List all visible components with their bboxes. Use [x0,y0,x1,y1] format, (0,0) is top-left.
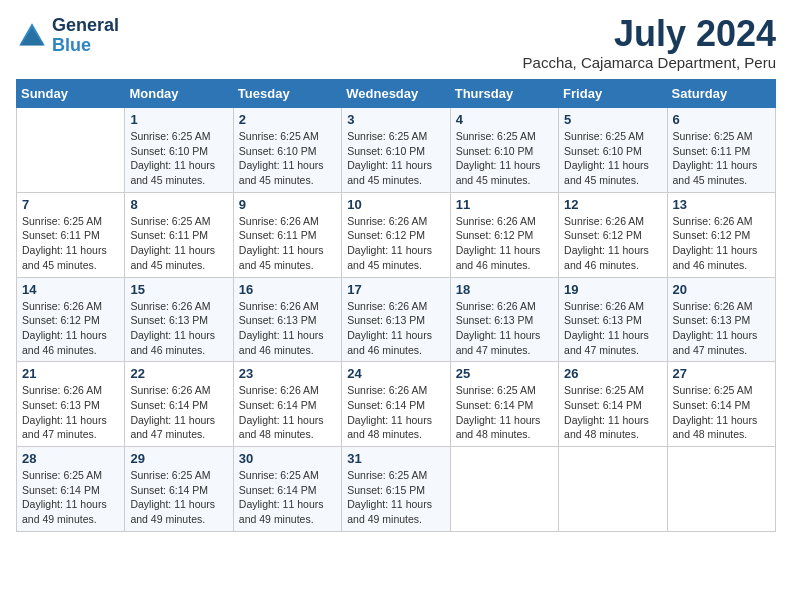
day-number: 27 [673,366,770,381]
calendar-cell: 25Sunrise: 6:25 AM Sunset: 6:14 PM Dayli… [450,362,558,447]
day-number: 2 [239,112,336,127]
day-number: 19 [564,282,661,297]
calendar-cell: 4Sunrise: 6:25 AM Sunset: 6:10 PM Daylig… [450,108,558,193]
day-number: 11 [456,197,553,212]
day-info: Sunrise: 6:25 AM Sunset: 6:10 PM Dayligh… [239,129,336,188]
day-info: Sunrise: 6:26 AM Sunset: 6:12 PM Dayligh… [673,214,770,273]
day-number: 29 [130,451,227,466]
calendar-cell: 3Sunrise: 6:25 AM Sunset: 6:10 PM Daylig… [342,108,450,193]
calendar-cell [559,447,667,532]
calendar-week-row: 7Sunrise: 6:25 AM Sunset: 6:11 PM Daylig… [17,192,776,277]
day-number: 13 [673,197,770,212]
calendar-cell: 12Sunrise: 6:26 AM Sunset: 6:12 PM Dayli… [559,192,667,277]
calendar-cell: 11Sunrise: 6:26 AM Sunset: 6:12 PM Dayli… [450,192,558,277]
calendar-cell: 7Sunrise: 6:25 AM Sunset: 6:11 PM Daylig… [17,192,125,277]
calendar-cell: 2Sunrise: 6:25 AM Sunset: 6:10 PM Daylig… [233,108,341,193]
day-of-week-header: Friday [559,80,667,108]
calendar-cell: 30Sunrise: 6:25 AM Sunset: 6:14 PM Dayli… [233,447,341,532]
calendar-cell [450,447,558,532]
day-number: 26 [564,366,661,381]
day-number: 1 [130,112,227,127]
location: Paccha, Cajamarca Department, Peru [523,54,776,71]
calendar-cell: 28Sunrise: 6:25 AM Sunset: 6:14 PM Dayli… [17,447,125,532]
day-number: 4 [456,112,553,127]
day-info: Sunrise: 6:26 AM Sunset: 6:14 PM Dayligh… [130,383,227,442]
day-of-week-header: Monday [125,80,233,108]
day-info: Sunrise: 6:25 AM Sunset: 6:11 PM Dayligh… [22,214,119,273]
day-number: 9 [239,197,336,212]
day-info: Sunrise: 6:26 AM Sunset: 6:13 PM Dayligh… [239,299,336,358]
day-of-week-header: Sunday [17,80,125,108]
calendar-week-row: 1Sunrise: 6:25 AM Sunset: 6:10 PM Daylig… [17,108,776,193]
day-info: Sunrise: 6:26 AM Sunset: 6:13 PM Dayligh… [456,299,553,358]
day-info: Sunrise: 6:26 AM Sunset: 6:11 PM Dayligh… [239,214,336,273]
calendar-week-row: 14Sunrise: 6:26 AM Sunset: 6:12 PM Dayli… [17,277,776,362]
calendar-cell [667,447,775,532]
day-number: 10 [347,197,444,212]
day-info: Sunrise: 6:26 AM Sunset: 6:12 PM Dayligh… [456,214,553,273]
day-of-week-header: Tuesday [233,80,341,108]
day-number: 12 [564,197,661,212]
month-year: July 2024 [523,16,776,52]
title-block: July 2024 Paccha, Cajamarca Department, … [523,16,776,71]
calendar-cell: 24Sunrise: 6:26 AM Sunset: 6:14 PM Dayli… [342,362,450,447]
day-info: Sunrise: 6:25 AM Sunset: 6:11 PM Dayligh… [130,214,227,273]
day-info: Sunrise: 6:25 AM Sunset: 6:14 PM Dayligh… [456,383,553,442]
day-number: 16 [239,282,336,297]
day-number: 30 [239,451,336,466]
calendar-cell: 5Sunrise: 6:25 AM Sunset: 6:10 PM Daylig… [559,108,667,193]
calendar-cell: 15Sunrise: 6:26 AM Sunset: 6:13 PM Dayli… [125,277,233,362]
day-info: Sunrise: 6:25 AM Sunset: 6:11 PM Dayligh… [673,129,770,188]
day-info: Sunrise: 6:26 AM Sunset: 6:12 PM Dayligh… [22,299,119,358]
calendar-cell: 13Sunrise: 6:26 AM Sunset: 6:12 PM Dayli… [667,192,775,277]
calendar-cell: 6Sunrise: 6:25 AM Sunset: 6:11 PM Daylig… [667,108,775,193]
day-info: Sunrise: 6:26 AM Sunset: 6:12 PM Dayligh… [564,214,661,273]
day-info: Sunrise: 6:25 AM Sunset: 6:10 PM Dayligh… [347,129,444,188]
calendar-cell: 20Sunrise: 6:26 AM Sunset: 6:13 PM Dayli… [667,277,775,362]
day-info: Sunrise: 6:26 AM Sunset: 6:14 PM Dayligh… [347,383,444,442]
day-number: 31 [347,451,444,466]
day-number: 15 [130,282,227,297]
calendar-cell: 31Sunrise: 6:25 AM Sunset: 6:15 PM Dayli… [342,447,450,532]
svg-marker-1 [21,28,43,46]
day-of-week-header: Saturday [667,80,775,108]
calendar-cell: 18Sunrise: 6:26 AM Sunset: 6:13 PM Dayli… [450,277,558,362]
day-info: Sunrise: 6:25 AM Sunset: 6:14 PM Dayligh… [239,468,336,527]
day-of-week-header: Wednesday [342,80,450,108]
day-info: Sunrise: 6:25 AM Sunset: 6:10 PM Dayligh… [564,129,661,188]
day-number: 20 [673,282,770,297]
day-number: 23 [239,366,336,381]
day-info: Sunrise: 6:26 AM Sunset: 6:14 PM Dayligh… [239,383,336,442]
logo: GeneralBlue [16,16,119,56]
day-info: Sunrise: 6:25 AM Sunset: 6:14 PM Dayligh… [564,383,661,442]
calendar-cell: 10Sunrise: 6:26 AM Sunset: 6:12 PM Dayli… [342,192,450,277]
calendar-table: SundayMondayTuesdayWednesdayThursdayFrid… [16,79,776,532]
calendar-cell: 16Sunrise: 6:26 AM Sunset: 6:13 PM Dayli… [233,277,341,362]
calendar-week-row: 21Sunrise: 6:26 AM Sunset: 6:13 PM Dayli… [17,362,776,447]
day-info: Sunrise: 6:25 AM Sunset: 6:10 PM Dayligh… [456,129,553,188]
calendar-cell: 8Sunrise: 6:25 AM Sunset: 6:11 PM Daylig… [125,192,233,277]
day-number: 17 [347,282,444,297]
calendar-cell: 23Sunrise: 6:26 AM Sunset: 6:14 PM Dayli… [233,362,341,447]
day-info: Sunrise: 6:26 AM Sunset: 6:13 PM Dayligh… [22,383,119,442]
logo-text: GeneralBlue [52,16,119,56]
calendar-cell: 27Sunrise: 6:25 AM Sunset: 6:14 PM Dayli… [667,362,775,447]
calendar-header-row: SundayMondayTuesdayWednesdayThursdayFrid… [17,80,776,108]
calendar-cell: 29Sunrise: 6:25 AM Sunset: 6:14 PM Dayli… [125,447,233,532]
day-info: Sunrise: 6:26 AM Sunset: 6:13 PM Dayligh… [347,299,444,358]
calendar-cell: 1Sunrise: 6:25 AM Sunset: 6:10 PM Daylig… [125,108,233,193]
day-number: 18 [456,282,553,297]
calendar-cell: 17Sunrise: 6:26 AM Sunset: 6:13 PM Dayli… [342,277,450,362]
calendar-cell: 14Sunrise: 6:26 AM Sunset: 6:12 PM Dayli… [17,277,125,362]
day-number: 25 [456,366,553,381]
calendar-cell: 9Sunrise: 6:26 AM Sunset: 6:11 PM Daylig… [233,192,341,277]
day-number: 5 [564,112,661,127]
day-info: Sunrise: 6:25 AM Sunset: 6:15 PM Dayligh… [347,468,444,527]
day-number: 6 [673,112,770,127]
day-number: 28 [22,451,119,466]
calendar-cell: 22Sunrise: 6:26 AM Sunset: 6:14 PM Dayli… [125,362,233,447]
calendar-week-row: 28Sunrise: 6:25 AM Sunset: 6:14 PM Dayli… [17,447,776,532]
day-info: Sunrise: 6:26 AM Sunset: 6:13 PM Dayligh… [130,299,227,358]
day-of-week-header: Thursday [450,80,558,108]
day-number: 8 [130,197,227,212]
